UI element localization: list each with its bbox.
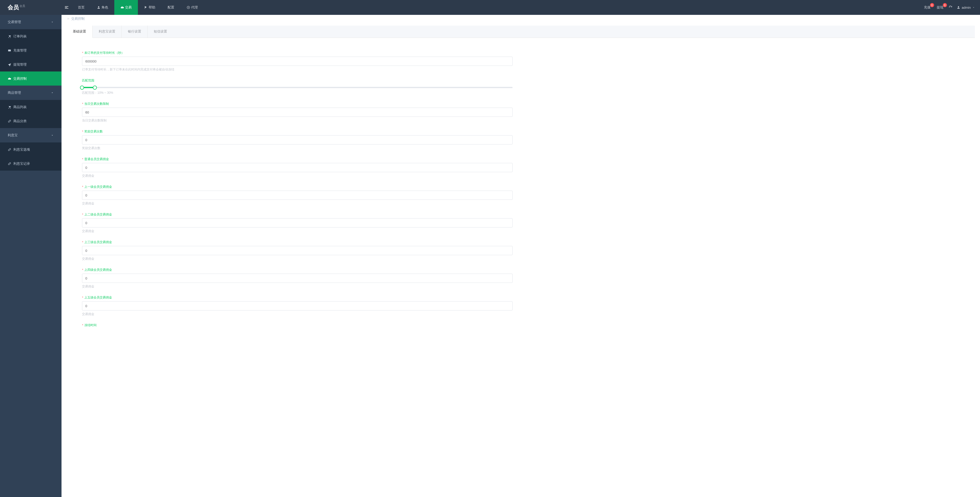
- field-lvl3-commission-label: *上三级会员交易佣金: [82, 240, 512, 245]
- sidebar-item-recharge[interactable]: 充值管理: [0, 43, 62, 57]
- sidebar: 交易管理 订单列表 充值管理 提现管理 交易控制 商品管理 商品列表 商品分类 …: [0, 15, 62, 497]
- topnav-role[interactable]: 角色: [91, 0, 114, 15]
- cart-icon: [8, 35, 11, 38]
- sidebar-group-goods[interactable]: 商品管理: [0, 86, 62, 100]
- field-lvl5-commission-help: 交易佣金: [82, 312, 512, 316]
- field-lvl2-commission-label: *上二级会员交易佣金: [82, 213, 512, 217]
- slider-handle-max[interactable]: [93, 86, 97, 90]
- field-normal-commission: *普通会员交易佣金 交易佣金: [82, 157, 512, 178]
- field-lvl3-commission-input[interactable]: [82, 246, 512, 255]
- field-lvl4-commission-help: 交易佣金: [82, 284, 512, 289]
- field-normal-commission-help: 交易佣金: [82, 174, 512, 178]
- breadcrumb-current: 交易控制: [71, 16, 84, 21]
- withdraw-link[interactable]: 提现 0: [935, 3, 944, 11]
- sidebar-item-withdraw-label: 提现管理: [13, 62, 27, 67]
- topnav-config[interactable]: 配置: [161, 0, 180, 15]
- topnav-home-label: 首页: [78, 5, 84, 10]
- tab-lixibao[interactable]: 利息宝设置: [92, 25, 122, 38]
- field-match-range-label: 匹配范围: [82, 78, 512, 83]
- field-lvl5-commission: *上五级会员交易佣金 交易佣金: [82, 295, 512, 316]
- sidebar-group-goods-label: 商品管理: [8, 91, 21, 95]
- sidebar-item-orders-label: 订单列表: [13, 34, 27, 39]
- form: *未订单的支付等待时长（秒） 订单支付等待时长，新下订单未在此时间内完成支付将会…: [67, 38, 528, 347]
- sidebar-item-goods-cat-label: 商品分类: [13, 119, 27, 124]
- cloud-icon: [121, 6, 124, 9]
- recharge-label: 充值: [924, 5, 931, 9]
- cloud-icon: [8, 77, 11, 81]
- chevron-down-icon: [51, 21, 54, 24]
- field-daily-limit-input[interactable]: [82, 108, 512, 117]
- sidebar-item-recharge-label: 充值管理: [13, 48, 27, 53]
- sidebar-group-lixibao[interactable]: 利息宝: [0, 128, 62, 143]
- cart-icon: [8, 105, 11, 109]
- field-lvl2-commission-input[interactable]: [82, 218, 512, 227]
- sidebar-item-withdraw[interactable]: 提现管理: [0, 57, 62, 71]
- sidebar-item-lxb-option-label: 利息宝选项: [13, 147, 30, 152]
- top-right: 充值 0 提现 0 admin: [923, 0, 980, 15]
- field-normal-commission-label: *普通会员交易佣金: [82, 157, 512, 161]
- sidebar-item-lxb-option[interactable]: 利息宝选项: [0, 143, 62, 157]
- tab-basic[interactable]: 基础设置: [67, 25, 92, 38]
- chevron-down-icon: [51, 134, 54, 137]
- recharge-badge: 0: [930, 3, 934, 7]
- field-normal-commission-input[interactable]: [82, 163, 512, 172]
- field-lvl1-commission-input[interactable]: [82, 191, 512, 200]
- field-lvl5-commission-label: *上五级会员交易佣金: [82, 295, 512, 300]
- content: 交易控制 基础设置 利息宝设置 银行设置 短信设置 *未订单的支付等待时长（秒）…: [62, 15, 980, 497]
- field-reward-count-input[interactable]: [82, 135, 512, 144]
- hamburger-icon: [64, 5, 69, 10]
- sidebar-group-trade[interactable]: 交易管理: [0, 15, 62, 29]
- topnav-home[interactable]: 首页: [72, 0, 91, 15]
- field-lvl5-commission-input[interactable]: [82, 301, 512, 311]
- field-wait-time-input[interactable]: [82, 57, 512, 66]
- link-icon: [8, 119, 11, 123]
- user-menu[interactable]: admin: [957, 6, 975, 10]
- field-reward-count: *奖励交易次数 奖励交易次数: [82, 129, 512, 150]
- withdraw-label: 提现: [937, 5, 943, 9]
- sidebar-item-lxb-record[interactable]: 利息宝记录: [0, 157, 62, 171]
- field-wait-time-help: 订单支付等待时长，新下订单未在此时间内完成支付将会被自动冻结: [82, 67, 512, 72]
- topnav-agent[interactable]: $ 代理: [180, 0, 204, 15]
- sidebar-item-orders[interactable]: 订单列表: [0, 29, 62, 43]
- logo-sub: 会员: [19, 4, 25, 8]
- user-name: admin: [962, 6, 971, 10]
- link-icon: [8, 162, 11, 165]
- field-wait-time-label: *未订单的支付等待时长（秒）: [82, 51, 512, 55]
- topnav-trade-label: 交易: [125, 5, 132, 10]
- range-slider[interactable]: [82, 84, 512, 89]
- refresh-button[interactable]: [948, 5, 953, 10]
- chevron-down-icon: [51, 91, 54, 94]
- slider-track: [82, 87, 512, 88]
- send-icon: [8, 63, 11, 66]
- double-chevron-icon: [67, 17, 70, 20]
- field-match-range-help: 匹配范围：10% ~ 30%: [82, 91, 512, 95]
- hamburger-toggle[interactable]: [62, 0, 72, 15]
- field-lvl4-commission: *上四级会员交易佣金 交易佣金: [82, 268, 512, 289]
- sidebar-group-trade-label: 交易管理: [8, 20, 21, 24]
- field-lvl1-commission: *上一级会员交易佣金 交易佣金: [82, 185, 512, 206]
- sidebar-item-trade-control[interactable]: 交易控制: [0, 71, 62, 86]
- sidebar-item-goods-cat[interactable]: 商品分类: [0, 114, 62, 128]
- logo-main: 会员: [8, 3, 19, 11]
- field-daily-limit-help: 当日交易次数限制: [82, 118, 512, 123]
- field-daily-limit-label: *当日交易次数限制: [82, 102, 512, 106]
- chevron-down-icon: [972, 6, 975, 9]
- user-avatar-icon: [957, 6, 960, 9]
- topnav-trade[interactable]: 交易: [114, 0, 138, 15]
- field-freeze-time: *冻结时间: [82, 323, 512, 327]
- topnav-help[interactable]: 帮助: [138, 0, 161, 15]
- recharge-link[interactable]: 充值 0: [923, 3, 932, 11]
- topnav-agent-label: 代理: [191, 5, 198, 10]
- card: 基础设置 利息宝设置 银行设置 短信设置 *未订单的支付等待时长（秒） 订单支付…: [67, 25, 975, 347]
- sidebar-group-lixibao-label: 利息宝: [8, 133, 18, 138]
- withdraw-badge: 0: [943, 3, 947, 7]
- link-icon: [8, 148, 11, 151]
- field-lvl1-commission-label: *上一级会员交易佣金: [82, 185, 512, 189]
- slider-handle-min[interactable]: [80, 86, 84, 90]
- sidebar-item-goods-list[interactable]: 商品列表: [0, 100, 62, 114]
- topnav: 首页 角色 交易 帮助 配置 $ 代理: [72, 0, 204, 15]
- field-lvl4-commission-input[interactable]: [82, 274, 512, 283]
- tab-sms[interactable]: 短信设置: [148, 25, 173, 38]
- tab-bank[interactable]: 银行设置: [122, 25, 148, 38]
- topnav-config-label: 配置: [168, 5, 174, 10]
